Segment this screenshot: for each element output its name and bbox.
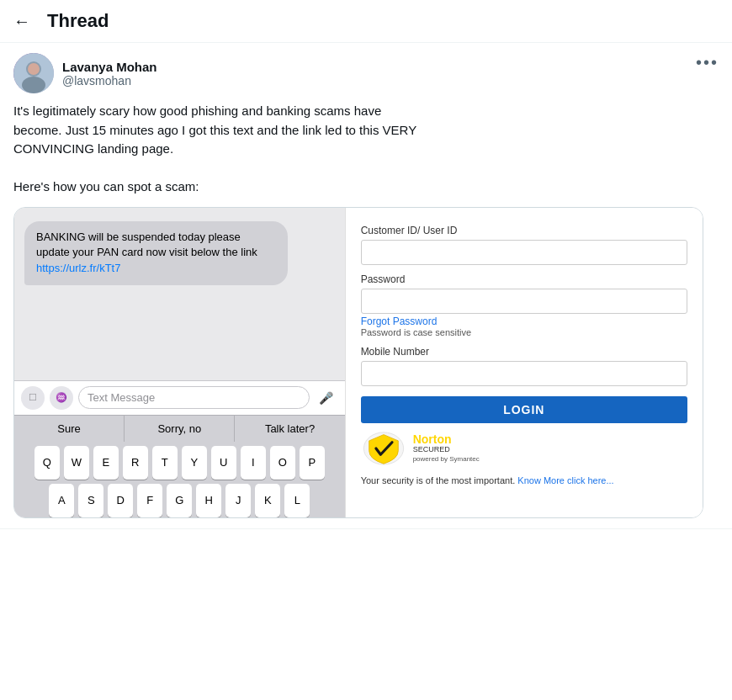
- bank-panel: Customer ID/ User ID Password Forgot Pas…: [345, 208, 703, 517]
- avatar-image: [13, 53, 54, 93]
- svg-point-2: [22, 77, 45, 93]
- tweet-line1: It's legitimately scary how good phishin…: [13, 103, 381, 118]
- key-h[interactable]: H: [196, 484, 221, 517]
- password-field-group: Password Forgot Password Password is cas…: [361, 273, 687, 337]
- more-button[interactable]: •••: [696, 53, 719, 72]
- key-l[interactable]: L: [284, 484, 310, 517]
- sms-messages: BANKING will be suspended today please u…: [14, 208, 345, 380]
- key-y[interactable]: Y: [182, 446, 207, 480]
- norton-brand: Norton: [413, 433, 480, 445]
- login-button[interactable]: LOGIN: [361, 396, 687, 423]
- sms-panel: BANKING will be suspended today please u…: [14, 208, 345, 517]
- key-k[interactable]: K: [255, 484, 280, 517]
- user-info: Lavanya Mohan @lavsmohan: [62, 60, 157, 88]
- sms-bubble: BANKING will be suspended today please u…: [24, 221, 288, 286]
- autocomplete-row: Sure Sorry, no Talk later?: [14, 415, 345, 442]
- autocomplete-sorry[interactable]: Sorry, no: [124, 416, 234, 442]
- autocomplete-sure[interactable]: Sure: [14, 416, 124, 442]
- sms-message-text: BANKING will be suspended today please u…: [36, 231, 257, 259]
- back-button[interactable]: ←: [13, 12, 30, 31]
- page-title: Thread: [47, 10, 109, 32]
- tweet-line5: Here's how you can spot a scam:: [13, 179, 199, 194]
- svg-point-3: [28, 63, 40, 75]
- tweet-image: BANKING will be suspended today please u…: [13, 207, 703, 518]
- sms-mic-btn[interactable]: 🎤: [315, 386, 338, 410]
- forgot-password-link[interactable]: Forgot Password: [361, 316, 687, 327]
- customer-id-field-group: Customer ID/ User ID: [361, 225, 687, 265]
- keyboard-area: Q W E R T Y U I O P A S D F G H: [14, 442, 345, 517]
- key-a[interactable]: A: [49, 484, 74, 517]
- keyboard-row2: A S D F G H J K L: [14, 480, 345, 517]
- password-input[interactable]: [361, 289, 687, 314]
- tweet-line2: become. Just 15 minutes ago I got this t…: [13, 123, 416, 137]
- key-t[interactable]: T: [152, 446, 178, 480]
- key-d[interactable]: D: [108, 484, 133, 517]
- norton-row: Norton SECURED powered by Symantec: [361, 432, 687, 465]
- sms-camera-btn[interactable]: ☐: [21, 386, 45, 410]
- security-text-content: Your security is of the most important.: [361, 475, 516, 485]
- tweet-container: Lavanya Mohan @lavsmohan ••• It's legiti…: [0, 43, 732, 529]
- key-p[interactable]: P: [300, 446, 325, 480]
- case-sensitive-note: Password is case sensitive: [361, 327, 687, 337]
- keyboard-row1: Q W E R T Y U I O P: [14, 442, 345, 480]
- display-name: Lavanya Mohan: [62, 60, 157, 74]
- autocomplete-talk-later[interactable]: Talk later?: [234, 416, 344, 442]
- sms-input-area: ☐ ♒ Text Message 🎤: [14, 380, 345, 415]
- mobile-field-group: Mobile Number: [361, 346, 687, 386]
- norton-badge: [361, 432, 406, 465]
- powered-by: powered by Symantec: [413, 455, 480, 463]
- key-r[interactable]: R: [123, 446, 148, 480]
- username: @lavsmohan: [62, 74, 157, 88]
- key-j[interactable]: J: [225, 484, 251, 517]
- key-e[interactable]: E: [93, 446, 119, 480]
- key-s[interactable]: S: [78, 484, 103, 517]
- mobile-input[interactable]: [361, 361, 687, 386]
- key-u[interactable]: U: [211, 446, 236, 480]
- user-left: Lavanya Mohan @lavsmohan: [13, 53, 157, 93]
- norton-text-block: Norton SECURED powered by Symantec: [413, 433, 480, 463]
- avatar: [13, 53, 54, 93]
- sms-phishing-link[interactable]: https://urlz.fr/kTt7: [36, 262, 120, 274]
- tweet-text: It's legitimately scary how good phishin…: [13, 102, 719, 197]
- sms-app-btn[interactable]: ♒: [50, 386, 73, 410]
- key-o[interactable]: O: [270, 446, 295, 480]
- tweet-line3: CONVINCING landing page.: [13, 141, 173, 156]
- security-text: Your security is of the most important. …: [361, 474, 687, 488]
- key-i[interactable]: I: [241, 446, 266, 480]
- mobile-label: Mobile Number: [361, 346, 687, 358]
- customer-id-label: Customer ID/ User ID: [361, 225, 687, 236]
- know-more-link[interactable]: Know More click here...: [517, 475, 613, 485]
- sms-text-field[interactable]: Text Message: [78, 386, 310, 409]
- norton-secured: SECURED: [413, 445, 480, 453]
- key-q[interactable]: Q: [34, 446, 60, 480]
- key-g[interactable]: G: [167, 484, 192, 517]
- password-label: Password: [361, 273, 687, 285]
- header: ← Thread: [0, 0, 732, 43]
- customer-id-input[interactable]: [361, 240, 687, 265]
- key-w[interactable]: W: [64, 446, 89, 480]
- user-row: Lavanya Mohan @lavsmohan •••: [13, 53, 719, 93]
- key-f[interactable]: F: [137, 484, 162, 517]
